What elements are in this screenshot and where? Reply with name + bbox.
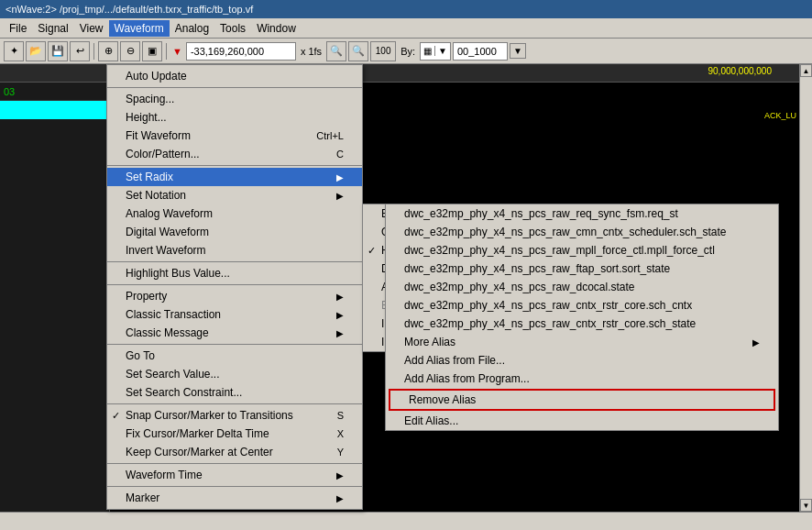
menu-height[interactable]: Height... (107, 108, 362, 127)
property-label: Property (126, 290, 167, 303)
menu-analog-waveform[interactable]: Analog Waveform (107, 204, 362, 223)
status-bar (0, 512, 812, 530)
menu-tools[interactable]: Tools (214, 20, 251, 37)
menu-waveform[interactable]: Waveform (109, 20, 170, 37)
alias-item-4[interactable]: dwc_e32mp_phy_x4_ns_pcs_raw_ftap_sort.so… (386, 259, 778, 278)
alias-add-program-label: Add Alias from Program... (404, 372, 530, 385)
alias-more-label: More Alias (404, 336, 455, 348)
menu-marker[interactable]: Marker ▶ (107, 489, 362, 507)
scroll-track[interactable] (800, 77, 812, 499)
section-highlight: Highlight Bus Value... (107, 262, 362, 285)
waveform-dropdown: Auto Update Spacing... Height... Fit Wav… (106, 64, 363, 510)
toolbar-open[interactable]: 📂 (26, 41, 46, 61)
menu-fix-cursor[interactable]: Fix Cursor/Marker Delta Time X (107, 425, 362, 443)
alias-5-label: dwc_e32mp_phy_x4_ns_pcs_raw_dcocal.state (404, 281, 635, 293)
property-arrow: ▶ (336, 292, 344, 302)
color-pattern-label: Color/Pattern... (126, 148, 200, 160)
menu-fit-waveform[interactable]: Fit Waveform Ctrl+L (107, 127, 362, 145)
time-input[interactable] (186, 42, 296, 61)
menu-signal[interactable]: Signal (32, 20, 73, 37)
by-control[interactable]: ▦ ▼ (420, 42, 451, 61)
menu-classic-transaction[interactable]: Classic Transaction ▶ (107, 305, 362, 324)
height-label: Height... (126, 111, 167, 124)
scrollbar-right[interactable]: ▲ ▼ (799, 64, 812, 512)
toolbar-fit[interactable]: ▣ (142, 41, 162, 61)
menu-snap-cursor[interactable]: ✓ Snap Cursor/Marker to Transitions S (107, 406, 362, 425)
menu-set-search-constraint[interactable]: Set Search Constraint... (107, 383, 362, 402)
menu-set-notation[interactable]: Set Notation ▶ (107, 186, 362, 204)
set-radix-arrow: ▶ (336, 172, 344, 182)
alias-edit-label: Edit Alias... (404, 414, 458, 427)
alias-submenu: dwc_e32mp_phy_x4_ns_pcs_raw_req_sync_fsm… (385, 204, 779, 431)
by-dropdown-arrow[interactable]: ▼ (510, 43, 526, 59)
by-value-input[interactable] (453, 42, 508, 61)
menu-spacing[interactable]: Spacing... (107, 90, 362, 108)
section-property: Property ▶ Classic Transaction ▶ Classic… (107, 285, 362, 345)
menu-goto[interactable]: Go To (107, 347, 362, 365)
section-cursor: ✓ Snap Cursor/Marker to Transitions S Fi… (107, 404, 362, 464)
menu-file[interactable]: File (4, 20, 32, 37)
menu-classic-message[interactable]: Classic Message ▶ (107, 324, 362, 342)
menu-color-pattern[interactable]: Color/Pattern... C (107, 145, 362, 163)
alias-edit[interactable]: Edit Alias... (386, 412, 778, 430)
menu-keep-cursor[interactable]: Keep Cursor/Marker at Center Y (107, 443, 362, 461)
alias-item-6[interactable]: dwc_e32mp_phy_x4_ns_pcs_raw_cntx_rstr_co… (386, 296, 778, 315)
alias-add-program[interactable]: Add Alias from Program... (386, 370, 778, 388)
alias-more[interactable]: More Alias ▶ (386, 333, 778, 351)
remove-alias-row[interactable]: Remove Alias (389, 389, 775, 411)
set-search-constraint-label: Set Search Constraint... (126, 386, 242, 399)
fit-waveform-label: Fit Waveform (126, 129, 191, 142)
by-dropdown[interactable]: ▼ (434, 46, 447, 56)
toolbar-save[interactable]: 💾 (48, 41, 68, 61)
menu-invert-waveform[interactable]: Invert Waveform (107, 241, 362, 259)
menu-window[interactable]: Window (251, 20, 302, 37)
menu-property[interactable]: Property ▶ (107, 287, 362, 305)
alias-add-file[interactable]: Add Alias from File... (386, 351, 778, 370)
section-radix: Set Radix ▶ Set Notation ▶ Analog Wavefo… (107, 166, 362, 262)
toolbar-new[interactable]: ✦ (4, 41, 24, 61)
toolbar-undo[interactable]: ↩ (70, 41, 90, 61)
classic-message-arrow: ▶ (336, 328, 344, 338)
sep1 (93, 43, 94, 60)
zoom-in-btn[interactable]: 🔍 (326, 41, 346, 61)
classic-transaction-label: Classic Transaction (126, 308, 221, 321)
zoom-out-btn[interactable]: 🔍 (348, 41, 368, 61)
invert-waveform-label: Invert Waveform (126, 244, 206, 257)
scroll-down-btn[interactable]: ▼ (800, 499, 812, 512)
fix-cursor-label: Fix Cursor/Marker Delta Time (126, 427, 269, 440)
digital-waveform-label: Digital Waveform (126, 226, 209, 238)
classic-message-label: Classic Message (126, 326, 209, 339)
signal-label-03: 03 (4, 86, 15, 97)
title-bar: <nWave:2> /proj_tmp/.../default/eth.txrx… (0, 0, 812, 18)
goto-label: Go To (126, 349, 155, 362)
scroll-up-btn[interactable]: ▲ (800, 64, 812, 77)
alias-item-7[interactable]: dwc_e32mp_phy_x4_ns_pcs_raw_cntx_rstr_co… (386, 315, 778, 333)
alias-item-2[interactable]: dwc_e32mp_phy_x4_ns_pcs_raw_cmn_cntx_sch… (386, 223, 778, 241)
keep-cursor-shortcut: Y (319, 447, 344, 458)
toolbar-zoom-in[interactable]: ⊕ (98, 41, 118, 61)
menu-set-radix[interactable]: Set Radix ▶ (107, 168, 362, 186)
alias-item-3[interactable]: dwc_e32mp_phy_x4_ns_pcs_raw_mpll_force_c… (386, 241, 778, 259)
menu-auto-update[interactable]: Auto Update (107, 67, 362, 85)
menu-view[interactable]: View (74, 20, 109, 37)
menu-set-search-value[interactable]: Set Search Value... (107, 365, 362, 383)
menu-waveform-time[interactable]: Waveform Time ▶ (107, 466, 362, 484)
menu-digital-waveform[interactable]: Digital Waveform (107, 223, 362, 241)
highlight-bus-label: Highlight Bus Value... (126, 267, 230, 280)
zoom-100[interactable]: 100 (370, 41, 396, 61)
classic-transaction-arrow: ▶ (336, 310, 344, 320)
toolbar-zoom-out[interactable]: ⊖ (120, 41, 140, 61)
set-notation-arrow: ▶ (336, 191, 344, 201)
set-search-value-label: Set Search Value... (126, 368, 220, 381)
alias-item-5[interactable]: dwc_e32mp_phy_x4_ns_pcs_raw_dcocal.state (386, 278, 778, 296)
menu-analog[interactable]: Analog (170, 20, 214, 37)
alias-7-label: dwc_e32mp_phy_x4_ns_pcs_raw_cntx_rstr_co… (404, 317, 696, 330)
marker-arrow: ▶ (336, 493, 344, 503)
menu-highlight-bus[interactable]: Highlight Bus Value... (107, 264, 362, 282)
alias-more-section: More Alias ▶ Add Alias from File... Add … (386, 333, 778, 430)
cyan-row (0, 101, 109, 119)
signal-row: 03 (0, 83, 109, 101)
sep2 (166, 43, 167, 60)
by-label: By: (398, 46, 418, 57)
alias-item-1[interactable]: dwc_e32mp_phy_x4_ns_pcs_raw_req_sync_fsm… (386, 204, 778, 223)
